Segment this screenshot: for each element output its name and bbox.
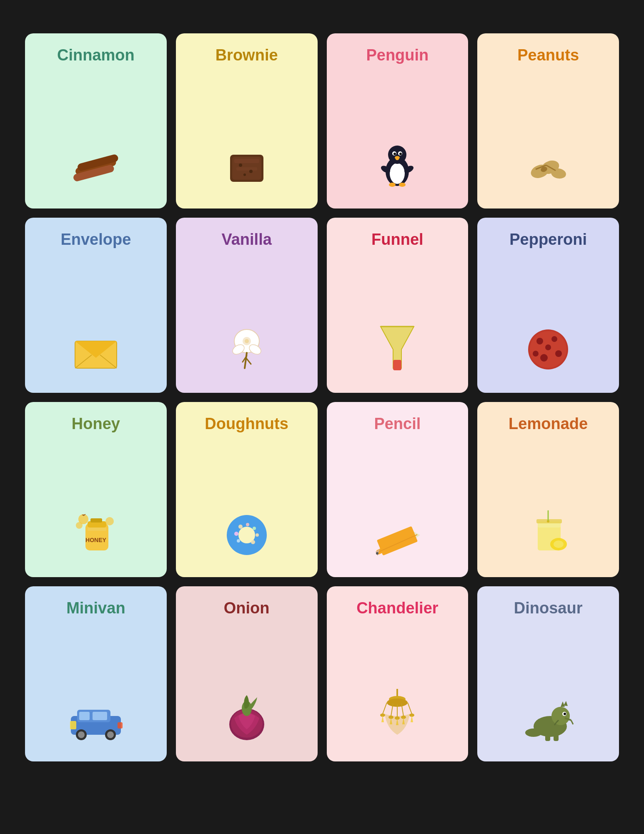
card-label-peanuts: Peanuts: [517, 46, 579, 64]
svg-point-18: [396, 158, 399, 160]
svg-rect-43: [393, 360, 401, 370]
card-funnel: Funnel: [327, 218, 469, 393]
card-honey: Honey HONEY: [25, 402, 167, 577]
svg-point-70: [234, 532, 238, 536]
svg-point-48: [551, 336, 557, 342]
card-peanuts: Peanuts: [477, 33, 619, 208]
card-image-minivan: [67, 698, 125, 749]
svg-rect-126: [545, 734, 550, 741]
card-penguin: Penguin: [327, 33, 469, 208]
svg-line-37: [245, 353, 247, 368]
svg-point-92: [78, 731, 85, 738]
card-image-envelope: [71, 330, 121, 380]
svg-point-123: [564, 713, 566, 715]
svg-point-66: [238, 525, 243, 529]
page: Cinnamon Brownie Penguin Peanuts Envelop…: [0, 0, 644, 834]
svg-rect-127: [554, 734, 559, 741]
card-label-honey: Honey: [72, 415, 120, 433]
card-doughnuts: Doughnuts: [176, 402, 318, 577]
svg-point-11: [390, 163, 405, 184]
card-image-pepperoni: [525, 327, 571, 380]
svg-point-119: [551, 707, 570, 725]
card-image-onion: [224, 691, 270, 749]
svg-point-15: [393, 153, 396, 155]
card-lemonade: Lemonade: [477, 402, 619, 577]
svg-rect-55: [90, 518, 102, 523]
card-label-penguin: Penguin: [366, 46, 428, 64]
card-label-doughnuts: Doughnuts: [205, 415, 288, 433]
card-image-brownie: [222, 146, 272, 196]
card-image-honey: HONEY: [73, 507, 119, 564]
card-onion: Onion: [176, 586, 318, 761]
card-pepperoni: Pepperoni: [477, 218, 619, 393]
card-pencil: Pencil: [327, 402, 469, 577]
card-image-doughnuts: [222, 511, 272, 564]
svg-rect-5: [234, 159, 259, 163]
svg-text:HONEY: HONEY: [85, 537, 106, 543]
card-grid: Cinnamon Brownie Penguin Peanuts Envelop…: [25, 33, 619, 761]
svg-point-69: [256, 533, 259, 537]
card-label-funnel: Funnel: [371, 231, 423, 249]
svg-rect-89: [79, 712, 90, 720]
svg-point-9: [243, 173, 246, 176]
svg-point-50: [540, 354, 548, 362]
card-label-minivan: Minivan: [66, 599, 125, 617]
svg-point-79: [376, 552, 378, 555]
card-brownie: Brownie: [176, 33, 318, 208]
card-image-funnel: [376, 322, 418, 380]
card-label-onion: Onion: [224, 599, 270, 617]
svg-point-16: [399, 153, 402, 155]
svg-point-94: [107, 731, 114, 738]
svg-line-107: [408, 703, 412, 714]
svg-marker-120: [561, 701, 565, 707]
card-image-dinosaur: [521, 695, 575, 749]
svg-rect-76: [377, 526, 418, 556]
svg-rect-90: [93, 712, 107, 720]
svg-point-49: [555, 350, 562, 357]
card-minivan: Minivan: [25, 586, 167, 761]
svg-rect-56: [88, 528, 106, 531]
card-label-lemonade: Lemonade: [509, 415, 588, 433]
svg-rect-95: [70, 721, 76, 729]
svg-point-7: [239, 163, 242, 167]
card-image-cinnamon: [71, 146, 121, 196]
card-envelope: Envelope: [25, 218, 167, 393]
card-cinnamon: Cinnamon: [25, 33, 167, 208]
svg-marker-121: [564, 701, 568, 706]
svg-point-67: [246, 523, 249, 526]
card-vanilla: Vanilla: [176, 218, 318, 393]
card-label-brownie: Brownie: [216, 46, 278, 64]
card-image-peanuts: [523, 146, 573, 196]
svg-point-72: [251, 540, 255, 544]
svg-point-60: [105, 517, 114, 525]
svg-point-36: [245, 339, 249, 343]
svg-point-8: [249, 170, 253, 173]
svg-rect-6: [236, 167, 257, 171]
svg-point-65: [240, 528, 254, 542]
card-label-envelope: Envelope: [60, 231, 131, 249]
svg-point-51: [533, 351, 539, 357]
card-image-pencil: [372, 514, 422, 564]
card-label-vanilla: Vanilla: [221, 231, 271, 249]
card-label-cinnamon: Cinnamon: [57, 46, 135, 64]
card-dinosaur: Dinosaur: [477, 586, 619, 761]
svg-point-21: [389, 183, 396, 187]
card-chandelier: Chandelier: [327, 586, 469, 761]
svg-point-86: [554, 540, 564, 548]
card-image-chandelier: [372, 687, 422, 749]
card-image-penguin: [376, 138, 418, 196]
card-image-lemonade: [527, 507, 569, 564]
svg-point-68: [253, 527, 256, 530]
svg-point-71: [237, 539, 240, 543]
card-label-pencil: Pencil: [374, 415, 421, 433]
card-label-chandelier: Chandelier: [356, 599, 438, 617]
card-image-vanilla: [222, 327, 272, 380]
svg-point-128: [525, 728, 542, 737]
svg-point-47: [536, 338, 543, 344]
card-label-dinosaur: Dinosaur: [514, 599, 583, 617]
svg-point-12: [388, 146, 406, 164]
svg-point-59: [76, 522, 83, 529]
svg-point-22: [399, 183, 406, 187]
svg-point-52: [545, 344, 551, 350]
card-label-pepperoni: Pepperoni: [509, 231, 587, 249]
